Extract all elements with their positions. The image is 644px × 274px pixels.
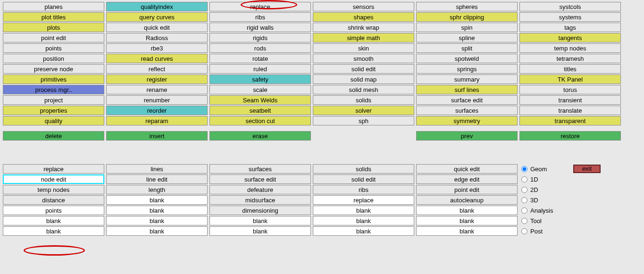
- panel-button-simple-math[interactable]: simple math: [313, 33, 414, 42]
- menu-button-surface-edit[interactable]: surface edit: [209, 174, 311, 184]
- action-button-insert[interactable]: insert: [106, 131, 208, 141]
- menu-button-blank[interactable]: blank: [313, 206, 414, 215]
- menu-button-blank[interactable]: blank: [3, 226, 104, 236]
- menu-button-length[interactable]: length: [106, 185, 208, 194]
- menu-button-blank[interactable]: blank: [416, 226, 518, 236]
- panel-button-query-curves[interactable]: query curves: [106, 12, 208, 22]
- panel-button-reorder[interactable]: reorder: [106, 106, 208, 115]
- panel-button-systems[interactable]: systems: [519, 12, 621, 22]
- panel-button-solid-map[interactable]: solid map: [313, 75, 414, 84]
- panel-button-properties[interactable]: properties: [3, 106, 104, 115]
- panel-button-shrink-wrap[interactable]: shrink wrap: [313, 23, 414, 32]
- panel-button-sensors[interactable]: sensors: [313, 2, 414, 11]
- panel-button-surface-edit[interactable]: surface edit: [416, 95, 518, 105]
- panel-button-radioss[interactable]: Radioss: [106, 33, 208, 42]
- menu-button-temp-nodes[interactable]: temp nodes: [3, 185, 104, 194]
- panel-button-solid-edit[interactable]: solid edit: [313, 64, 414, 74]
- category-radio-post[interactable]: Post: [521, 226, 553, 236]
- panel-button-safety[interactable]: safety: [209, 75, 311, 84]
- panel-button-smooth[interactable]: smooth: [313, 54, 414, 63]
- panel-button-qualityindex[interactable]: qualityindex: [106, 2, 208, 11]
- panel-button-replace[interactable]: replace: [209, 2, 311, 11]
- panel-button-spheres[interactable]: spheres: [416, 2, 518, 11]
- action-button-delete[interactable]: delete: [3, 131, 104, 141]
- panel-button-register[interactable]: register: [106, 75, 208, 84]
- menu-button-replace[interactable]: replace: [313, 195, 414, 205]
- menu-button-blank[interactable]: blank: [209, 216, 311, 225]
- menu-button-blank[interactable]: blank: [416, 216, 518, 225]
- category-radio-geom[interactable]: Geomexit: [521, 164, 553, 174]
- panel-button-temp-nodes[interactable]: temp nodes: [519, 43, 621, 53]
- menu-button-line-edit[interactable]: line edit: [106, 174, 208, 184]
- radio-input[interactable]: [521, 197, 527, 203]
- category-radio-3d[interactable]: 3D: [521, 195, 553, 205]
- panel-button-rigids[interactable]: rigids: [209, 33, 311, 42]
- panel-button-reparam[interactable]: reparam: [106, 116, 208, 125]
- radio-input[interactable]: [521, 187, 527, 193]
- panel-button-rbe3[interactable]: rbe3: [106, 43, 208, 53]
- panel-button-seam-welds[interactable]: Seam Welds: [209, 95, 311, 105]
- panel-button-primitives[interactable]: primitives: [3, 75, 104, 84]
- menu-button-blank[interactable]: blank: [106, 206, 208, 215]
- panel-button-summary[interactable]: summary: [416, 75, 518, 84]
- menu-button-quick-edit[interactable]: quick edit: [416, 164, 518, 174]
- menu-button-autocleanup[interactable]: autocleanup: [416, 195, 518, 205]
- category-radio-analysis[interactable]: Analysis: [521, 206, 553, 215]
- panel-button-reflect[interactable]: reflect: [106, 64, 208, 74]
- panel-button-spin[interactable]: spin: [416, 23, 518, 32]
- menu-button-distance[interactable]: distance: [3, 195, 104, 205]
- panel-button-symmetry[interactable]: symmetry: [416, 116, 518, 125]
- menu-button-ribs[interactable]: ribs: [313, 185, 414, 194]
- panel-button-titles[interactable]: titles: [519, 64, 621, 74]
- panel-button-solver[interactable]: solver: [313, 106, 414, 115]
- menu-button-replace[interactable]: replace: [3, 164, 104, 174]
- radio-input[interactable]: [521, 208, 527, 214]
- panel-button-project[interactable]: project: [3, 95, 104, 105]
- radio-input[interactable]: [521, 166, 527, 172]
- menu-button-points[interactable]: points: [3, 206, 104, 215]
- panel-button-solids[interactable]: solids: [313, 95, 414, 105]
- panel-button-systcols[interactable]: systcols: [519, 2, 621, 11]
- panel-button-surf-lines[interactable]: surf lines: [416, 85, 518, 94]
- menu-button-blank[interactable]: blank: [106, 195, 208, 205]
- panel-button-ruled[interactable]: ruled: [209, 64, 311, 74]
- radio-input[interactable]: [521, 218, 527, 224]
- category-radio-1d[interactable]: 1D: [521, 174, 553, 184]
- action-button-prev[interactable]: prev: [416, 131, 518, 141]
- panel-button-tk-panel[interactable]: TK Panel: [519, 75, 621, 84]
- panel-button-planes[interactable]: planes: [3, 2, 104, 11]
- menu-button-edge-edit[interactable]: edge edit: [416, 174, 518, 184]
- menu-button-blank[interactable]: blank: [3, 216, 104, 225]
- panel-button-plot-titles[interactable]: plot titles: [3, 12, 104, 22]
- panel-button-rename[interactable]: rename: [106, 85, 208, 94]
- panel-button-rigid-walls[interactable]: rigid walls: [209, 23, 311, 32]
- menu-button-blank[interactable]: blank: [106, 216, 208, 225]
- panel-button-quality[interactable]: quality: [3, 116, 104, 125]
- panel-button-tangents[interactable]: tangents: [519, 33, 621, 42]
- panel-button-point-edit[interactable]: point edit: [3, 33, 104, 42]
- panel-button-translate[interactable]: translate: [519, 106, 621, 115]
- category-radio-2d[interactable]: 2D: [521, 185, 553, 194]
- panel-button-preserve-node[interactable]: preserve node: [3, 64, 104, 74]
- exit-button[interactable]: exit: [573, 165, 601, 173]
- panel-button-read-curves[interactable]: read curves: [106, 54, 208, 63]
- panel-button-sphr-clipping[interactable]: sphr clipping: [416, 12, 518, 22]
- panel-button-shapes[interactable]: shapes: [313, 12, 414, 22]
- panel-button-position[interactable]: position: [3, 54, 104, 63]
- radio-input[interactable]: [521, 228, 527, 234]
- menu-button-surfaces[interactable]: surfaces: [209, 164, 311, 174]
- menu-button-blank[interactable]: blank: [416, 206, 518, 215]
- action-button-erase[interactable]: erase: [209, 131, 311, 141]
- panel-button-quick-edit[interactable]: quick edit: [106, 23, 208, 32]
- panel-button-rods[interactable]: rods: [209, 43, 311, 53]
- category-radio-tool[interactable]: Tool: [521, 216, 553, 225]
- panel-button-tags[interactable]: tags: [519, 23, 621, 32]
- panel-button-process-mgr-[interactable]: process mgr..: [3, 85, 104, 94]
- panel-button-spline[interactable]: spline: [416, 33, 518, 42]
- panel-button-seatbelt[interactable]: seatbelt: [209, 106, 311, 115]
- action-button-restore[interactable]: restore: [519, 131, 621, 141]
- panel-button-sph[interactable]: sph: [313, 116, 414, 125]
- panel-button-renumber[interactable]: renumber: [106, 95, 208, 105]
- panel-button-springs[interactable]: springs: [416, 64, 518, 74]
- panel-button-rotate[interactable]: rotate: [209, 54, 311, 63]
